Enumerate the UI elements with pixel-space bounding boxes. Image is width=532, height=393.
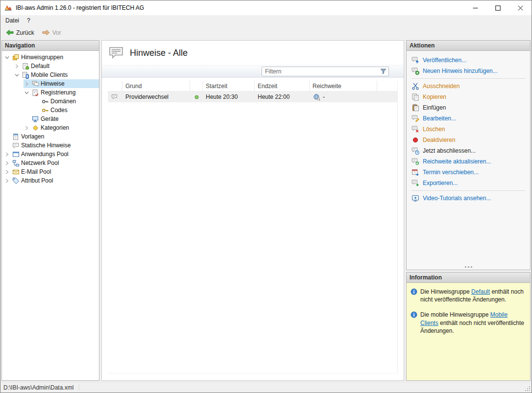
video-icon (411, 194, 419, 202)
action-einfugen[interactable]: Einfügen (407, 102, 530, 113)
splitter-grip[interactable] (407, 265, 530, 269)
filter-input[interactable] (262, 68, 378, 75)
tree-item-label: Kategorien (41, 124, 69, 131)
action-termin-verschieben[interactable]: Termin verschieben... (407, 167, 530, 178)
tree-item-label: Default (31, 63, 49, 69)
reichweite-globe-icon (313, 93, 320, 101)
column-header-spacer (377, 81, 397, 91)
action-loschen[interactable]: Löschen (407, 124, 530, 135)
tree-item-inner: Hinweisgruppen (4, 53, 99, 62)
action-neuen-hinweis-hinzufugen[interactable]: Neuen Hinweis hinzufügen... (407, 66, 530, 76)
column-header-spacer (108, 81, 122, 91)
statische-hinweise-icon (12, 141, 20, 149)
info-link-default[interactable]: Default (471, 288, 490, 295)
tree-item-vorlagen[interactable]: Vorlagen (2, 132, 99, 141)
tree-item-default[interactable]: Default (2, 62, 99, 70)
info-link-mobile-clients[interactable]: Mobile Clients (420, 311, 508, 326)
hinweise-icon (31, 80, 39, 88)
tree-item-kategorien[interactable]: Kategorien (2, 123, 99, 132)
publish-icon (411, 56, 419, 64)
chevron-expanded-icon[interactable] (24, 91, 30, 95)
action-video-tutorials-ansehen[interactable]: Video-Tutorials ansehen... (407, 193, 530, 204)
chevron-expanded-icon[interactable] (4, 55, 10, 60)
tree-item-netzwerk-pool[interactable]: Netzwerk Pool (2, 159, 99, 167)
info-icon (411, 288, 417, 295)
action-jetzt-abschliessen[interactable]: Jetzt abschliessen... (407, 145, 530, 156)
netzwerk-pool-icon (12, 159, 20, 167)
action-label: Bearbeiten... (423, 115, 456, 122)
cell-endzeit: Heute 22:00 (255, 92, 310, 102)
menubar: Datei ? (0, 15, 532, 26)
table-row-providerwechsel[interactable]: ProviderwechselHeute 20:30Heute 22:00- (108, 92, 397, 102)
tree-item-domanen[interactable]: Domänen (2, 97, 99, 106)
statusbar: D:\IBI-aws\Admin\Data.xml (0, 382, 532, 393)
geraete-icon (31, 115, 39, 123)
maximize-button[interactable] (486, 0, 509, 15)
filter-funnel-icon[interactable] (378, 69, 388, 74)
action-label: Einfügen (423, 104, 446, 111)
table-body: ProviderwechselHeute 20:30Heute 22:00- (108, 92, 397, 373)
chevron-collapsed-icon[interactable] (4, 161, 10, 165)
export-icon (411, 179, 419, 187)
email-pool-icon (12, 168, 20, 176)
tree-item-inner: Registrierung (24, 88, 99, 97)
action-label: Reichweite aktualisieren... (423, 158, 491, 165)
tree-item-attribut-pool[interactable]: Attribut Pool (2, 176, 99, 185)
cell-startzeit-text: Heute 20:30 (206, 93, 238, 100)
action-label: Neuen Hinweis hinzufügen... (423, 68, 498, 74)
delete-icon (411, 125, 419, 133)
column-header-reichweite[interactable]: Reichweite (310, 81, 377, 91)
chevron-collapsed-icon[interactable] (4, 170, 10, 174)
cell-grund: Providerwechsel (122, 92, 190, 102)
action-reichweite-aktualisieren[interactable]: Reichweite aktualisieren... (407, 156, 530, 167)
tree-item-label: E-Mail Pool (21, 168, 51, 175)
close-button[interactable] (509, 0, 532, 15)
action-deaktivieren[interactable]: Deaktivieren (407, 135, 530, 145)
action-exportieren[interactable]: Exportieren... (407, 178, 530, 188)
back-button[interactable]: Zurück (2, 28, 38, 38)
tree-item-statische-hinweise[interactable]: Statische Hinweise (2, 141, 99, 150)
chevron-collapsed-icon[interactable] (24, 126, 30, 130)
tree-item-registrierung[interactable]: Registrierung (2, 88, 99, 97)
menu-datei[interactable]: Datei (1, 15, 23, 26)
action-veroffentlichen[interactable]: Veröffentlichen... (407, 55, 530, 66)
chevron-collapsed-icon[interactable] (4, 152, 10, 157)
cell-startzeit: Heute 20:30 (203, 92, 255, 102)
tree-item-label: Registrierung (41, 89, 75, 96)
tree-item-mobile-clients[interactable]: Mobile Clients (2, 70, 99, 79)
tree-item-label: Codes (50, 107, 68, 114)
maximize-icon (494, 4, 502, 12)
vorlagen-icon (12, 133, 20, 140)
tree-item-label: Anwendungs Pool (21, 151, 69, 158)
resize-grip[interactable] (524, 385, 531, 392)
tree-item-codes[interactable]: Codes (2, 106, 99, 115)
chevron-expanded-icon[interactable] (14, 73, 20, 77)
add-hinweis-icon (411, 67, 419, 75)
action-label: Kopieren (423, 93, 446, 100)
tree-item-label: Attribut Pool (21, 177, 53, 184)
tree-item-gerate[interactable]: Geräte (2, 115, 99, 123)
tree-item-anwendungs-pool[interactable]: Anwendungs Pool (2, 150, 99, 159)
column-header-grund[interactable]: Grund (122, 81, 190, 91)
action-bearbeiten[interactable]: Bearbeiten... (407, 113, 530, 124)
window-title: IBI-aws Admin 1.26.0 - registriert für I… (16, 4, 144, 11)
tree-item-hinweisgruppen[interactable]: Hinweisgruppen (2, 53, 99, 62)
information-body: Die Hinweisgruppe Default enthält noch n… (407, 283, 530, 340)
chevron-collapsed-icon[interactable] (4, 179, 10, 183)
action-ausschneiden[interactable]: Ausschneiden (407, 81, 530, 92)
tree-item-inner: Attribut Pool (4, 176, 99, 185)
actions-header: Aktionen (407, 41, 530, 51)
menu-help[interactable]: ? (23, 15, 34, 26)
tree-item-hinweise[interactable]: Hinweise (2, 79, 99, 88)
minimize-button[interactable] (464, 0, 486, 15)
action-kopieren[interactable]: Kopieren (407, 92, 530, 102)
action-label: Exportieren... (423, 180, 458, 186)
tree-item-e-mail-pool[interactable]: E-Mail Pool (2, 167, 99, 176)
chevron-collapsed-icon[interactable] (24, 82, 30, 86)
chevron-collapsed-icon[interactable] (14, 64, 20, 69)
attribut-pool-icon (12, 177, 20, 185)
column-header-endzeit[interactable]: Endzeit (255, 81, 310, 91)
forward-button[interactable]: Vor (39, 28, 65, 38)
column-header-startzeit[interactable]: Startzeit (203, 81, 255, 91)
cell-endzeit-text: Heute 22:00 (258, 93, 290, 100)
